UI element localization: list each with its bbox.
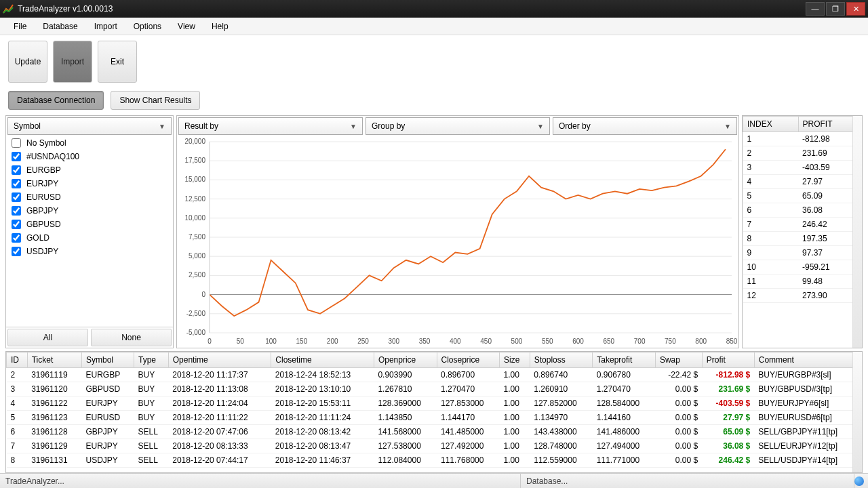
- symbol-item[interactable]: GBPUSD: [6, 218, 173, 231]
- symbol-label: #USNDAQ100: [26, 152, 79, 161]
- column-header[interactable]: Swap: [655, 352, 702, 368]
- app-icon: [3, 3, 14, 14]
- table-row[interactable]: 831961131USDJPYSELL2018-12-20 07:44:1720…: [7, 453, 862, 468]
- menu-view[interactable]: View: [170, 19, 203, 34]
- menu-help[interactable]: Help: [203, 19, 237, 34]
- svg-text:2,500: 2,500: [189, 271, 205, 279]
- chart-panel: Result by▼ Group by▼ Order by▼ -5,000-2,…: [176, 115, 739, 348]
- column-header[interactable]: Closeprice: [437, 352, 500, 368]
- column-header[interactable]: Takeprofit: [593, 352, 656, 368]
- table-row[interactable]: 231961119EURGBPBUY2018-12-20 11:17:37201…: [7, 368, 862, 382]
- symbol-checkbox[interactable]: [12, 179, 21, 188]
- column-header[interactable]: Symbol: [81, 352, 134, 368]
- column-header[interactable]: Profit: [702, 352, 754, 368]
- symbol-checkbox[interactable]: [12, 247, 21, 256]
- column-header[interactable]: Type: [134, 352, 168, 368]
- column-header[interactable]: Openprice: [374, 352, 437, 368]
- symbol-dropdown[interactable]: Symbol ▼: [7, 117, 172, 135]
- update-button[interactable]: Update: [8, 41, 47, 83]
- symbol-label: EURGBP: [26, 165, 61, 175]
- profit-row[interactable]: 1-812.98: [743, 132, 862, 146]
- column-header[interactable]: ID: [7, 352, 28, 368]
- result-by-dropdown[interactable]: Result by▼: [178, 117, 363, 135]
- svg-text:0: 0: [201, 291, 205, 298]
- symbol-checkbox[interactable]: [12, 220, 21, 229]
- chevron-down-icon: ▼: [724, 123, 731, 130]
- column-header[interactable]: Opentime: [168, 352, 271, 368]
- symbol-checkbox[interactable]: [12, 233, 21, 243]
- titlebar-text: TradeAnalyzer v1.00.0013: [18, 4, 804, 14]
- db-connection-button[interactable]: Database Connection: [8, 91, 104, 110]
- column-header[interactable]: Ticket: [27, 352, 81, 368]
- symbol-item[interactable]: EURUSD: [6, 190, 173, 204]
- symbol-checkbox[interactable]: [12, 152, 21, 161]
- svg-text:300: 300: [388, 338, 399, 345]
- profit-row[interactable]: 2231.69: [743, 146, 862, 161]
- svg-text:12,500: 12,500: [184, 195, 205, 203]
- table-row[interactable]: 331961120GBPUSDBUY2018-12-20 11:13:08201…: [7, 382, 862, 396]
- menu-import[interactable]: Import: [86, 19, 125, 34]
- order-by-dropdown[interactable]: Order by▼: [553, 117, 737, 135]
- svg-text:7,500: 7,500: [189, 233, 205, 241]
- svg-text:200: 200: [327, 338, 338, 345]
- svg-text:-2,500: -2,500: [186, 310, 206, 317]
- maximize-button[interactable]: ❐: [826, 2, 845, 16]
- profit-row[interactable]: 1199.48: [743, 274, 862, 289]
- column-header[interactable]: Size: [500, 352, 530, 368]
- table-row[interactable]: 531961123EURUSDBUY2018-12-20 11:11:22201…: [7, 411, 862, 425]
- symbol-label: GBPJPY: [26, 206, 58, 216]
- menu-options[interactable]: Options: [125, 19, 170, 34]
- minimize-button[interactable]: —: [806, 2, 825, 16]
- profit-row[interactable]: 3-403.59: [743, 161, 862, 175]
- column-header[interactable]: Comment: [754, 352, 861, 368]
- profit-row[interactable]: 7246.42: [743, 218, 862, 232]
- profit-row[interactable]: 636.08: [743, 203, 862, 218]
- column-header[interactable]: Closetime: [271, 352, 374, 368]
- profit-panel: INDEX PROFIT 1-812.982231.693-403.59427.…: [742, 115, 863, 348]
- status-left: TradeAnalyzer...: [0, 474, 521, 488]
- close-button[interactable]: ✕: [846, 2, 865, 16]
- profit-row[interactable]: 10-959.21: [743, 260, 862, 274]
- symbol-item[interactable]: EURJPY: [6, 177, 173, 190]
- symbol-checkbox[interactable]: [12, 165, 21, 175]
- symbol-item[interactable]: GBPJPY: [6, 204, 173, 218]
- svg-text:0: 0: [208, 338, 212, 345]
- svg-text:250: 250: [357, 338, 369, 345]
- table-row[interactable]: 431961122EURJPYBUY2018-12-20 11:24:04201…: [7, 396, 862, 411]
- table-row[interactable]: 731961129EURJPYSELL2018-12-20 08:13:3320…: [7, 439, 862, 453]
- profit-row[interactable]: 997.37: [743, 246, 862, 260]
- status-right: Database...: [521, 474, 854, 488]
- column-header[interactable]: Stoploss: [530, 352, 593, 368]
- chevron-down-icon: ▼: [537, 123, 544, 130]
- profit-row[interactable]: 427.97: [743, 175, 862, 189]
- group-by-dropdown[interactable]: Group by▼: [366, 117, 550, 135]
- scrollbar[interactable]: [852, 352, 862, 472]
- table-row[interactable]: 631961128GBPJPYSELL2018-12-20 07:47:0620…: [7, 425, 862, 439]
- symbol-checkbox[interactable]: [12, 192, 21, 202]
- scrollbar[interactable]: [852, 116, 862, 348]
- show-chart-button[interactable]: Show Chart Results: [111, 91, 200, 110]
- select-all-button[interactable]: All: [7, 329, 88, 346]
- symbol-item[interactable]: #USNDAQ100: [6, 150, 173, 163]
- import-button[interactable]: Import: [53, 41, 92, 83]
- symbol-label: USDJPY: [26, 247, 58, 256]
- profit-row[interactable]: 12273.90: [743, 289, 862, 303]
- menu-file[interactable]: File: [5, 19, 35, 34]
- svg-text:350: 350: [419, 338, 431, 345]
- select-none-button[interactable]: None: [91, 329, 172, 346]
- profit-header-index[interactable]: INDEX: [743, 117, 799, 132]
- profit-row[interactable]: 565.09: [743, 189, 862, 203]
- symbol-item[interactable]: EURGBP: [6, 163, 173, 177]
- exit-button[interactable]: Exit: [98, 41, 137, 83]
- svg-text:100: 100: [265, 338, 277, 345]
- symbol-checkbox[interactable]: [12, 138, 21, 148]
- symbol-checkbox[interactable]: [12, 206, 21, 216]
- svg-text:150: 150: [296, 338, 308, 345]
- symbol-item[interactable]: GOLD: [6, 231, 173, 245]
- menu-database[interactable]: Database: [35, 19, 85, 34]
- toolbar-secondary: Database Connection Show Chart Results: [0, 88, 868, 115]
- symbol-item[interactable]: USDJPY: [6, 245, 173, 258]
- symbol-item[interactable]: No Symbol: [6, 136, 173, 150]
- chart-area: -5,000-2,50002,5005,0007,50010,00012,500…: [177, 136, 738, 348]
- profit-row[interactable]: 8197.35: [743, 232, 862, 246]
